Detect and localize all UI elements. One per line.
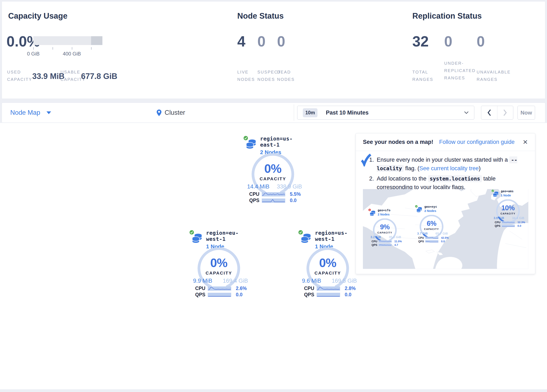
region-label: region=eu-west-1 — [206, 230, 250, 242]
cluster-summary-bar: Capacity Usage 0.0% 0 GiB 400 GiB USED C… — [2, 1, 545, 99]
cpu-label: CPU — [249, 191, 262, 197]
map-node-geo-sfo[interactable]: 1 geo=sfo 2 Nodes 9% CAPACITY 3.2 GiB3 — [367, 209, 402, 247]
time-forward-button[interactable] — [497, 106, 513, 119]
region-node-us-west-1[interactable]: region=us-west-1 1 Node 0% CAPACITY 9.6 … — [296, 230, 359, 299]
region-node-header: region=us-west-1 1 Node — [301, 230, 359, 250]
capacity-caption: CAPACITY — [419, 228, 444, 231]
breadcrumb[interactable]: Cluster — [157, 103, 185, 123]
capacity-percent: 9% — [373, 224, 397, 230]
toolbar-divider — [294, 104, 294, 121]
live-nodes-count: 4 — [237, 34, 246, 49]
qps-sparkline — [502, 225, 515, 227]
cpu-value: 5.5% — [290, 191, 301, 197]
database-stack-icon — [493, 192, 499, 198]
cpu-sparkline — [208, 286, 231, 291]
time-range-label: Past 10 Minutes — [326, 110, 369, 116]
map-node-geo-nyc[interactable]: geo=nyc 2 Nodes 6% CAPACITY 3.7 GiB65.7 … — [414, 205, 449, 244]
qps-value: 0.0 — [441, 240, 445, 243]
qps-sparkline — [425, 240, 438, 242]
qps-label: QPS — [418, 240, 425, 243]
breadcrumb-label: Cluster — [164, 109, 185, 117]
region-node-header: region=eu-west-1 1 Node — [192, 230, 250, 250]
database-stack-icon — [417, 207, 422, 213]
configuration-guide-link[interactable]: Follow our configuration guide — [439, 139, 514, 145]
view-toolbar: Node Map Cluster 10m Past 10 Minutes Now — [2, 103, 545, 123]
qps-value: 0.0 — [236, 292, 242, 298]
cpu-sparkline — [425, 236, 438, 239]
capacity-axis-400: 400 GiB — [59, 51, 84, 57]
cpu-value: 42.5% — [441, 236, 449, 239]
region-node-eu-west-1[interactable]: region=eu-west-1 1 Node 0% CAPACITY 9.9 … — [187, 230, 250, 299]
nodes-on-map-popup: See your nodes on a map! Follow our conf… — [356, 133, 535, 274]
database-stack-icon — [246, 139, 256, 150]
qps-sparkline — [262, 198, 285, 203]
node-map-page: Capacity Usage 0.0% 0 GiB 400 GiB USED C… — [0, 0, 547, 392]
capacity-caption: CAPACITY — [197, 271, 241, 275]
capacity-percent: 6% — [419, 220, 444, 227]
setup-steps: 1.Ensure every node in your cluster was … — [369, 156, 524, 191]
qps-label: QPS — [195, 292, 208, 298]
node-status-title: Node Status — [237, 12, 284, 21]
health-ok-icon — [415, 205, 418, 208]
cpu-value: 2.8% — [345, 286, 356, 291]
capacity-percent: 10% — [496, 205, 520, 211]
caret-down-icon — [47, 111, 51, 114]
geo-label: geo=nyc — [424, 205, 437, 208]
health-warning-icon: 1 — [368, 208, 371, 211]
used-capacity-value: 33.9 MiB — [32, 72, 64, 81]
capacity-usage-title: Capacity Usage — [8, 12, 68, 21]
geo-label: geo=sfo — [378, 209, 390, 212]
capacity-caption: CAPACITY — [496, 212, 520, 215]
close-icon[interactable]: ✕ — [523, 138, 528, 146]
time-range-badge: 10m — [303, 108, 317, 117]
view-selector-label: Node Map — [10, 109, 40, 117]
region-node-header: region=us-east-1 2 Nodes — [246, 136, 304, 156]
geo-label: geo=ams — [501, 190, 513, 193]
cpu-label: CPU — [195, 286, 208, 291]
total-ranges-label: TOTAL RANGES — [412, 69, 438, 83]
qps-sparkline — [208, 293, 231, 297]
cpu-value: 11.0% — [394, 240, 402, 243]
time-back-button[interactable] — [481, 106, 497, 119]
locality-tree-link[interactable]: See current locality tree — [419, 165, 479, 172]
capacity-bar-used-segment — [91, 36, 103, 45]
cpu-label: CPU — [418, 236, 425, 239]
total-capacity: 169.4 GiB — [223, 278, 248, 284]
used-capacity: 3.2 GiB — [370, 235, 381, 239]
dead-nodes-count: 0 — [277, 34, 285, 49]
qps-sparkline — [379, 244, 392, 246]
under-replicated-count: 0 — [444, 34, 452, 49]
map-node-geo-ams[interactable]: geo=ams 1 Node 10% CAPACITY 3.6 GiB34.4 … — [490, 190, 526, 228]
geo-node-count: 2 Nodes — [424, 209, 437, 213]
used-capacity: 3.6 GiB — [494, 216, 504, 220]
view-selector-dropdown[interactable]: Node Map — [10, 103, 51, 123]
cpu-value: 2.6% — [236, 286, 247, 291]
database-stack-icon — [301, 234, 311, 244]
qps-value: 0.0 — [290, 198, 297, 203]
cpu-value: 12.3% — [518, 221, 525, 224]
capacity-caption: CAPACITY — [251, 176, 295, 181]
popup-title: See your nodes on a map! — [363, 139, 433, 145]
qps-value: 0.0 — [345, 292, 351, 298]
region-node-us-east-1[interactable]: region=us-east-1 2 Nodes 0% CAPACITY 14.… — [241, 136, 304, 205]
replication-status-title: Replication Status — [412, 12, 482, 21]
cpu-label: CPU — [371, 240, 379, 243]
used-capacity: 9.6 MiB — [302, 278, 321, 284]
now-button[interactable]: Now — [518, 106, 535, 120]
cpu-sparkline — [502, 221, 515, 223]
suspect-nodes-count: 0 — [257, 34, 266, 49]
qps-label: QPS — [249, 198, 262, 203]
under-replicated-label: UNDER-REPLICATED RANGES — [444, 60, 479, 82]
usable-capacity-value: 677.8 GiB — [81, 72, 117, 81]
total-capacity: 338.9 GiB — [277, 183, 302, 190]
live-nodes-label: LIVE NODES — [237, 69, 260, 83]
unavailable-label: UNAVAILABLE RANGES — [477, 69, 519, 83]
time-range-select[interactable]: 10m Past 10 Minutes — [297, 106, 474, 120]
time-nav-group — [481, 106, 513, 120]
cpu-label: CPU — [495, 221, 502, 224]
database-stack-icon: 1 — [370, 211, 375, 217]
geo-node-count: 1 Node — [501, 194, 513, 197]
chevron-left-icon — [487, 109, 491, 116]
used-capacity: 9.9 MiB — [193, 278, 212, 284]
capacity-percent: 0% — [251, 163, 295, 175]
